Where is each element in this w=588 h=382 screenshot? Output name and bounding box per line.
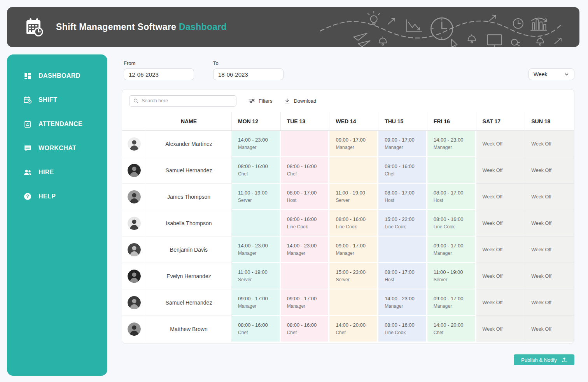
avatar <box>122 131 146 157</box>
employee-name: James Thompson <box>146 184 232 210</box>
sidebar-item-attendance[interactable]: ATTENDANCE <box>7 112 107 136</box>
avatar <box>122 210 146 237</box>
week-off-label: Week Off <box>483 221 525 226</box>
shift-role: Chef <box>336 330 377 335</box>
avatar <box>122 316 146 342</box>
page-title: Shift Management SoftwareDashboard <box>56 22 227 32</box>
sidebar-item-help[interactable]: ?HELP <box>7 184 107 209</box>
shift-cell[interactable]: Week Off <box>476 131 525 157</box>
download-button[interactable]: Download <box>284 98 316 104</box>
shift-cell[interactable]: 11:00 - 19:00Server <box>232 184 281 210</box>
shift-cell[interactable]: 08:00 - 16:00Chef <box>378 157 427 184</box>
shift-cell[interactable]: Week Off <box>525 131 574 157</box>
shift-cell[interactable]: 14:00 - 23:00Manager <box>281 237 330 263</box>
shift-time: 14:00 - 23:00 <box>287 243 329 249</box>
shift-time: 09:00 - 17:00 <box>238 296 280 301</box>
shift-cell[interactable] <box>281 263 330 289</box>
sidebar-menu: DASHBOARDSHIFTATTENDANCEWORKCHATHIRE?HEL… <box>7 64 107 209</box>
shift-cell[interactable]: 11:00 - 19:00Server <box>232 263 281 289</box>
shift-cell[interactable]: 11:00 - 19:00Server <box>427 263 476 289</box>
shift-cell[interactable]: 14:00 - 23:00Manager <box>378 289 427 316</box>
shift-cell[interactable]: Week Off <box>525 157 574 184</box>
shift-cell[interactable] <box>378 237 427 263</box>
shift-cell[interactable] <box>329 157 378 184</box>
employee-name: Alexander Martinez <box>146 131 232 157</box>
hire-icon <box>23 168 32 177</box>
from-date-input[interactable] <box>124 68 194 80</box>
shift-cell[interactable]: 08:00 - 16:00Chef <box>281 157 330 184</box>
search-input[interactable] <box>142 98 232 103</box>
week-off-label: Week Off <box>531 194 574 200</box>
sidebar-item-hire[interactable]: HIRE <box>7 160 107 184</box>
sidebar-item-shift[interactable]: SHIFT <box>7 88 107 112</box>
period-dropdown[interactable]: Week <box>528 68 574 80</box>
shift-cell[interactable]: 14:00 - 23:00Manager <box>232 131 281 157</box>
shift-cell[interactable]: 14:00 - 23:00Manager <box>232 237 281 263</box>
shift-cell[interactable]: 08:00 - 16:00Chef <box>232 316 281 342</box>
shift-cell[interactable]: 14:00 - 20:00Chef <box>427 316 476 342</box>
sidebar-item-workchat[interactable]: WORKCHAT <box>7 136 107 160</box>
shift-cell[interactable]: Week Off <box>476 316 525 342</box>
shift-cell[interactable]: Week Off <box>525 184 574 210</box>
shift-role: Line Cook <box>385 330 426 335</box>
shift-cell[interactable] <box>281 131 330 157</box>
shift-cell[interactable]: Week Off <box>476 263 525 289</box>
shift-cell[interactable]: Week Off <box>476 184 525 210</box>
shift-cell[interactable]: 11:00 - 19:00Server <box>329 184 378 210</box>
shift-cell[interactable]: 15:00 - 22:00Line Cook <box>378 210 427 237</box>
table-toolbar: Filters Download <box>122 89 574 112</box>
shift-cell[interactable]: 08:00 - 17:00Host <box>378 184 427 210</box>
shift-role: Server <box>238 198 280 203</box>
search-box <box>129 95 236 107</box>
shift-cell[interactable]: 09:00 - 17:00Manager <box>329 131 378 157</box>
shift-cell[interactable]: Week Off <box>476 157 525 184</box>
shift-cell[interactable]: Week Off <box>525 316 574 342</box>
shift-cell[interactable]: 08:00 - 16:00Chef <box>281 316 330 342</box>
from-label: From <box>124 60 194 66</box>
shift-cell[interactable]: 08:00 - 16:00Line Cook <box>329 210 378 237</box>
shift-time: 09:00 - 17:00 <box>336 243 377 249</box>
shift-role: Manager <box>238 145 280 150</box>
shift-cell[interactable]: 09:00 - 17:00Manager <box>232 289 281 316</box>
shift-cell[interactable]: Week Off <box>476 237 525 263</box>
shift-cell[interactable]: 09:00 - 17:00Manager <box>281 289 330 316</box>
shift-cell[interactable]: 15:00 - 23:00Server <box>329 263 378 289</box>
shift-cell[interactable]: 08:00 - 16:00Line Cook <box>378 316 427 342</box>
shift-cell[interactable]: 08:00 - 17:00Host <box>378 263 427 289</box>
shift-cell[interactable]: 09:00 - 17:00Manager <box>427 289 476 316</box>
shift-cell[interactable]: 08:00 - 16:00Line Cook <box>427 210 476 237</box>
shift-cell[interactable]: 08:00 - 17:00Host <box>281 184 330 210</box>
shift-cell[interactable]: 14:00 - 23:00Manager <box>427 131 476 157</box>
sidebar-item-dashboard[interactable]: DASHBOARD <box>7 64 107 88</box>
shift-cell[interactable]: 08:00 - 16:00Chef <box>232 157 281 184</box>
shift-cell[interactable]: 09:00 - 17:00Manager <box>329 237 378 263</box>
shift-cell[interactable]: 09:00 - 17:00Manager <box>427 237 476 263</box>
shift-role: Manager <box>434 303 475 309</box>
shift-cell[interactable]: 08:00 - 17:00Host <box>427 184 476 210</box>
shift-cell[interactable]: Week Off <box>525 237 574 263</box>
shift-cell[interactable]: Week Off <box>525 210 574 237</box>
to-date-input[interactable] <box>213 68 284 80</box>
shift-cell[interactable]: Week Off <box>476 210 525 237</box>
shift-cell[interactable]: 08:00 - 16:00Line Cook <box>281 210 330 237</box>
svg-text:?: ? <box>26 194 29 199</box>
shift-cell[interactable]: 09:00 - 17:00Manager <box>378 131 427 157</box>
shift-cell[interactable]: Week Off <box>525 289 574 316</box>
from-date-group: From <box>124 60 194 80</box>
workchat-icon <box>23 144 32 152</box>
publish-notify-button[interactable]: Publish & Notify <box>514 354 574 365</box>
employee-name: Isabella Thompson <box>146 210 232 237</box>
shift-cell[interactable]: 14:00 - 20:00Chef <box>329 316 378 342</box>
shift-time: 08:00 - 17:00 <box>287 190 329 196</box>
shift-time: 11:00 - 19:00 <box>434 269 475 275</box>
shift-cell[interactable] <box>427 157 476 184</box>
shift-cell[interactable] <box>329 289 378 316</box>
filters-button[interactable]: Filters <box>248 98 272 104</box>
shift-role: Host <box>385 198 426 203</box>
shift-cell[interactable] <box>232 210 281 237</box>
shift-role: Manager <box>434 251 475 256</box>
column-header-mon-12: MON 12 <box>232 112 281 131</box>
shift-cell[interactable]: Week Off <box>525 263 574 289</box>
filters-icon <box>248 98 255 104</box>
shift-cell[interactable]: Week Off <box>476 289 525 316</box>
